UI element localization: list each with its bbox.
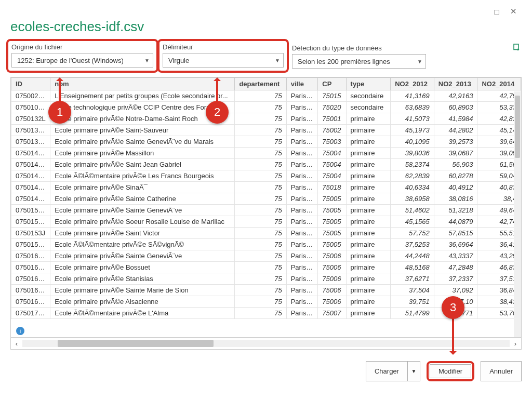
cell-type: primaire — [346, 125, 391, 136]
table-row[interactable]: 0750132LEcole primaire privÃ©e Notre-Dam… — [11, 113, 521, 125]
cell-n12: 63,6839 — [391, 102, 434, 113]
cell-ville: Paris 07 — [286, 308, 318, 319]
cell-ville: Paris 20 — [286, 102, 318, 113]
scroll-left-icon[interactable]: ‹ — [11, 338, 22, 349]
origin-combobox[interactable]: 1252: Europe de l'Ouest (Windows) ▼ — [11, 53, 153, 68]
horizontal-scroll-thumb[interactable] — [58, 340, 214, 347]
cell-ville: Paris 05 — [286, 239, 318, 250]
cell-ville: Paris 02 — [286, 125, 318, 136]
cell-dep: 75 — [235, 228, 286, 239]
horizontal-scroll-track[interactable] — [22, 340, 510, 347]
cell-nom: Ecole Ã©lÃ©mentaire privÃ©e L'Alma — [50, 308, 235, 319]
cell-id: 0750142X — [11, 159, 50, 170]
col-no2-2013[interactable]: NO2_2013 — [434, 78, 477, 90]
col-no2-2014[interactable]: NO2_2014 — [477, 78, 521, 90]
cell-dep: 75 — [235, 205, 286, 216]
vertical-scrollbar[interactable] — [514, 91, 521, 337]
cell-n13: 37,2337 — [434, 273, 477, 285]
table-row[interactable]: 0750106HEcole technologique privÃ©e CCIP… — [11, 102, 521, 113]
origin-highlight: Origine du fichier 1252: Europe de l'Oue… — [6, 39, 158, 73]
cell-type: primaire — [346, 262, 391, 273]
load-button[interactable]: Charger — [366, 361, 408, 381]
cell-nom: Ecole primaire privÃ©e Sainte GeneviÃ¨ve… — [50, 136, 235, 148]
cell-n13: 44,0879 — [434, 216, 477, 228]
cell-n12: 37,504 — [391, 285, 434, 296]
cell-cp: 75004 — [318, 148, 346, 159]
cell-type: primaire — [346, 273, 391, 285]
table-row[interactable]: 0750161TEcole primaire privÃ©e Sainte Ge… — [11, 250, 521, 262]
cell-type: primaire — [346, 216, 391, 228]
detect-combobox[interactable]: Selon les 200 premières lignes ▼ — [292, 54, 426, 69]
load-split-button[interactable]: ▼ — [408, 361, 420, 381]
load-button-group: Charger ▼ — [366, 361, 420, 381]
cell-type: primaire — [346, 250, 391, 262]
cell-id: 0750154K — [11, 239, 50, 250]
cell-nom: Ecole primaire privÃ©e Alsacienne — [50, 296, 235, 308]
table-row[interactable]: 0750142XEcole primaire privÃ©e Saint Jea… — [11, 159, 521, 170]
detect-value: Selon les 200 premières lignes — [298, 58, 390, 65]
cell-n13: 60,8903 — [434, 102, 477, 113]
cell-id: 0750168A — [11, 285, 50, 296]
origin-label: Origine du fichier — [11, 43, 153, 51]
refresh-button[interactable] — [512, 42, 522, 52]
table-row[interactable]: 0750164WEcole primaire privÃ©e Bossuet75… — [11, 262, 521, 273]
close-icon[interactable]: ✕ — [508, 7, 518, 16]
cell-dep: 75 — [235, 113, 286, 125]
table-row[interactable]: 0750153JEcole primaire privÃ©e Saint Vic… — [11, 228, 521, 239]
table-row[interactable]: 0750141WEcole primaire privÃ©e Massillon… — [11, 148, 521, 159]
table-row[interactable]: 0750148DEcole primaire privÃ©e SinaÃ¯75P… — [11, 182, 521, 193]
table-row[interactable]: 0750149EEcole primaire privÃ©e Sainte Ca… — [11, 193, 521, 205]
cell-nom: Ecole primaire privÃ©e Sainte Marie de S… — [50, 285, 235, 296]
scroll-right-icon[interactable]: › — [510, 338, 521, 349]
cell-n13: 38,0816 — [434, 193, 477, 205]
table-row[interactable]: 0750145AEcole Ã©lÃ©mentaire privÃ©e Les … — [11, 170, 521, 182]
table-row[interactable]: 0750167ZEcole primaire privÃ©e Stanislas… — [11, 273, 521, 285]
cell-nom: Ecole Ã©lÃ©mentaire privÃ©e Les Francs B… — [50, 170, 235, 182]
table-row[interactable]: 0750026WL'Enseignement par petits groupe… — [11, 90, 521, 102]
cell-id: 0750151G — [11, 216, 50, 228]
cell-dep: 75 — [235, 308, 286, 319]
col-cp[interactable]: CP — [318, 78, 346, 90]
cell-id: 0750169B — [11, 296, 50, 308]
cell-n12: 45,1565 — [391, 216, 434, 228]
cell-id: 0750149E — [11, 193, 50, 205]
cancel-button[interactable]: Annuler — [481, 361, 522, 381]
cell-dep: 75 — [235, 273, 286, 285]
col-type[interactable]: type — [346, 78, 391, 90]
cell-n12: 58,2374 — [391, 159, 434, 170]
horizontal-scrollbar[interactable]: ‹ › — [10, 338, 522, 350]
col-nom[interactable]: nom — [50, 78, 235, 90]
cell-type: primaire — [346, 182, 391, 193]
cell-n13: 40,4912 — [434, 182, 477, 193]
cell-ville: Paris 15 — [286, 90, 318, 102]
cell-n13: 36,6964 — [434, 239, 477, 250]
cell-id: 0750138T — [11, 136, 50, 148]
modify-button[interactable]: Modifier — [430, 364, 471, 378]
maximize-icon[interactable]: □ — [491, 7, 502, 16]
cell-n13: 44,2802 — [434, 125, 477, 136]
table-row[interactable]: 0750138TEcole primaire privÃ©e Sainte Ge… — [11, 136, 521, 148]
col-ville[interactable]: ville — [286, 78, 318, 90]
table-header-row: ID nom departement ville CP type NO2_201… — [11, 78, 521, 90]
table-row[interactable]: 0750168AEcole primaire privÃ©e Sainte Ma… — [11, 285, 521, 296]
col-no2-2012[interactable]: NO2_2012 — [391, 78, 434, 90]
cell-n13: 41,5984 — [434, 113, 477, 125]
cell-n13: 56,903 — [434, 159, 477, 170]
table-row[interactable]: 0750151GEcole primaire privÃ©e Soeur Ros… — [11, 216, 521, 228]
cell-dep: 75 — [235, 296, 286, 308]
col-id[interactable]: ID — [11, 78, 50, 90]
cell-cp: 75006 — [318, 273, 346, 285]
cell-ville: Paris 05 — [286, 193, 318, 205]
cell-cp: 75015 — [318, 90, 346, 102]
cell-id: 0750171D — [11, 308, 50, 319]
cell-id: 0750136R — [11, 125, 50, 136]
table-row[interactable]: 0750154KEcole Ã©lÃ©mentaire privÃ©e SÃ©v… — [11, 239, 521, 250]
cell-dep: 75 — [235, 102, 286, 113]
import-options-row: Origine du fichier 1252: Europe de l'Oue… — [10, 42, 522, 69]
delimiter-combobox[interactable]: Virgule ▼ — [163, 53, 284, 68]
info-banner: i — [14, 324, 29, 335]
table-row[interactable]: 0750150FEcole primaire privÃ©e Sainte Ge… — [11, 205, 521, 216]
col-departement[interactable]: departement — [235, 78, 286, 90]
table-row[interactable]: 0750136REcole primaire privÃ©e Saint-Sau… — [11, 125, 521, 136]
vertical-scroll-thumb[interactable] — [515, 96, 520, 158]
